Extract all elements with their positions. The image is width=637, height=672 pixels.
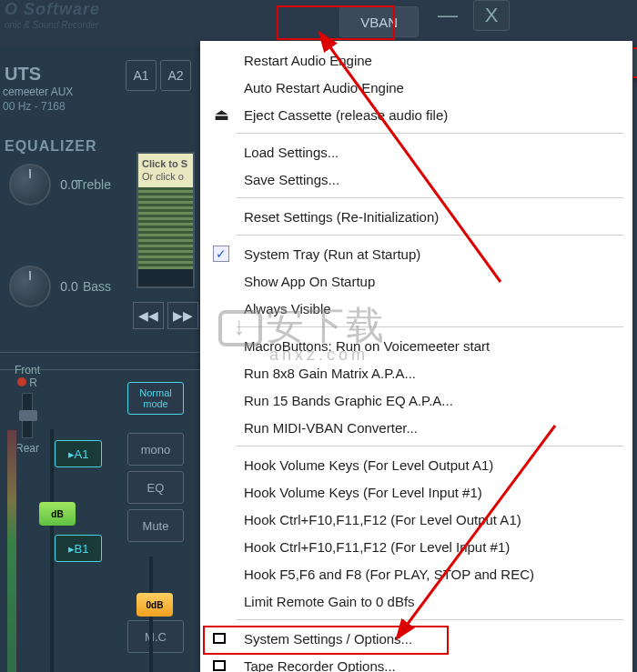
menu-separator: [237, 197, 623, 198]
menu-hook-f5f6f8[interactable]: Hook F5,F6 and F8 (For PLAY, STOP and RE…: [200, 560, 632, 587]
app-subtitle: onic & Sound Recorder: [5, 20, 98, 30]
titlebar: O Software onic & Sound Recorder VBAN Me…: [0, 0, 637, 44]
front-label: Front: [0, 364, 55, 376]
menu-system-settings[interactable]: System Settings / Options...: [200, 625, 632, 652]
rewind-button[interactable]: ◀◀: [133, 302, 164, 329]
menu-auto-restart[interactable]: Auto Restart Audio Engine: [200, 74, 632, 101]
mute-button[interactable]: Mute: [127, 509, 184, 542]
menu-run-midi-vban[interactable]: Run MIDI-VBAN Converter...: [200, 414, 632, 441]
menu-hook-ctrl-input[interactable]: Hook Ctrl+F10,F11,F12 (For Level Input #…: [200, 533, 632, 560]
fader-1-thumb[interactable]: dB: [39, 502, 76, 526]
rec-indicator: [17, 377, 26, 386]
cassette-deck[interactable]: Click to S Or click o: [136, 152, 195, 288]
menu-separator: [237, 619, 623, 620]
menu-run-15bands[interactable]: Run 15 Bands Graphic EQ A.P.A...: [200, 386, 632, 414]
menu-separator: [237, 235, 623, 236]
equalizer-label: EQUALIZER: [5, 138, 96, 155]
minimize-button[interactable]: —: [430, 0, 466, 31]
normal-mode-button[interactable]: Normal mode: [127, 382, 184, 415]
menu-tape-recorder-options[interactable]: Tape Recorder Options...: [200, 652, 632, 672]
r-label: R: [29, 376, 37, 389]
menu-hook-ctrl-output[interactable]: Hook Ctrl+F10,F11,F12 (For Level Output …: [200, 506, 632, 533]
menu-load-settings[interactable]: Load Settings...: [200, 138, 632, 165]
menu-hook-vol-input[interactable]: Hook Volume Keys (For Level Input #1): [200, 478, 632, 506]
eject-icon: ⏏: [211, 105, 231, 125]
menu-hook-vol-output[interactable]: Hook Volume Keys (For Level Output A1): [200, 451, 632, 478]
close-button[interactable]: X: [473, 0, 510, 31]
menu-limit-remote[interactable]: Limit Remote Gain to 0 dBfs: [200, 587, 632, 615]
treble-knob[interactable]: [9, 164, 51, 206]
cassette-line2: Or click o: [142, 171, 184, 182]
cassette-line1: Click to S: [142, 158, 187, 169]
fader-1-track[interactable]: [50, 429, 54, 672]
menu-separator: [237, 133, 623, 134]
check-icon: ✓: [213, 246, 229, 262]
app-title: O Software: [0, 0, 100, 19]
menu-always-visible[interactable]: Always Visible: [200, 295, 632, 322]
ffwd-button[interactable]: ▶▶: [167, 302, 198, 329]
menu-save-settings[interactable]: Save Settings...: [200, 165, 632, 193]
uts-label: UTS: [5, 64, 41, 85]
fader-2: 0dB Gain: [127, 557, 191, 672]
uts-rate: 00 Hz - 7168: [3, 100, 66, 113]
bass-label: Bass: [83, 279, 111, 294]
vban-button[interactable]: VBAN: [339, 6, 419, 37]
fader-1: dB Gain: [5, 429, 114, 672]
menu-macrobuttons[interactable]: MacroButtons: Run on Voicemeeter start: [200, 332, 632, 359]
mixer-panel: UTS cemeeter AUX 00 Hz - 7168 A1 A2 EQUA…: [0, 47, 200, 672]
main-menu-dropdown: Restart Audio Engine Auto Restart Audio …: [200, 41, 632, 672]
menu-separator: [237, 326, 623, 327]
cassette-tape: [138, 187, 193, 269]
bus-a1-chip[interactable]: A1: [126, 60, 157, 91]
menu-show-on-startup[interactable]: Show App On Startup: [200, 267, 632, 295]
eq-button[interactable]: EQ: [127, 471, 184, 504]
menu-reset-settings[interactable]: Reset Settings (Re-Initialization): [200, 203, 632, 230]
menu-run-8x8[interactable]: Run 8x8 Gain Matrix A.P.A...: [200, 359, 632, 386]
menu-eject-cassette[interactable]: ⏏Eject Cassette (release audio file): [200, 101, 632, 128]
bus-a2-chip[interactable]: A2: [160, 60, 191, 91]
window-icon: [213, 660, 226, 671]
menu-system-tray[interactable]: ✓System Tray (Run at Startup): [200, 240, 632, 267]
window-icon: [213, 633, 226, 644]
bass-knob[interactable]: [9, 266, 51, 307]
meter-l: [6, 429, 17, 672]
treble-label: Treble: [76, 177, 111, 192]
uts-device: cemeeter AUX: [3, 85, 73, 98]
fader-2-thumb[interactable]: 0dB: [136, 593, 173, 617]
mono-button[interactable]: mono: [127, 433, 184, 466]
menu-separator: [237, 446, 623, 446]
menu-restart-audio[interactable]: Restart Audio Engine: [200, 46, 632, 74]
